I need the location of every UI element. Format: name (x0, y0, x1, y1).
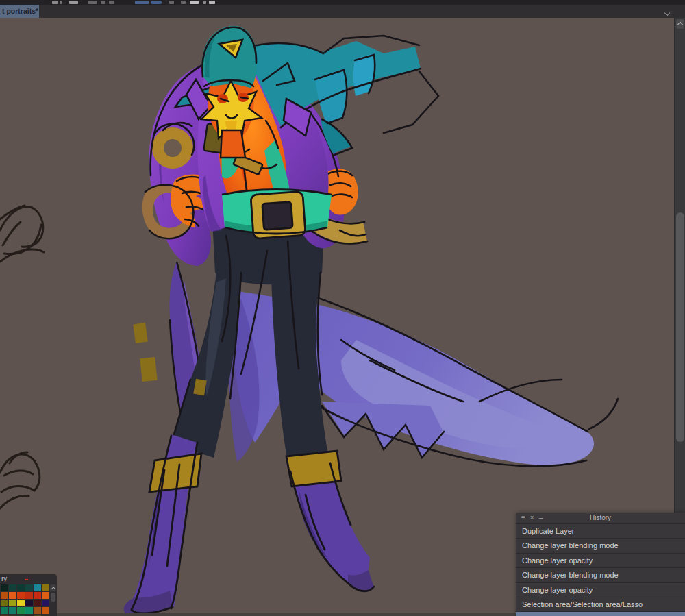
history-entry[interactable]: Change layer opacity (516, 582, 685, 597)
palette-panel-header: ry (0, 574, 57, 584)
toolbar-icon-sliver[interactable] (181, 1, 186, 4)
scrollbar-thumb[interactable] (676, 212, 684, 442)
color-swatch[interactable] (1, 584, 8, 591)
color-swatch[interactable] (9, 592, 16, 599)
background-sketch-1 (0, 206, 44, 262)
toolbar-icon-sliver[interactable] (60, 1, 62, 4)
color-swatch[interactable] (42, 592, 49, 599)
color-swatch[interactable] (9, 584, 16, 591)
color-swatch[interactable] (34, 607, 41, 614)
history-entry[interactable]: Duplicate Layer (516, 523, 685, 538)
history-list: Duplicate LayerChange layer blending mod… (516, 523, 685, 616)
color-swatch[interactable] (1, 592, 8, 599)
color-palette-panel: ry (0, 574, 57, 616)
toolbar-icon-sliver[interactable] (169, 1, 174, 4)
color-swatch[interactable] (25, 600, 33, 606)
toolbar-icon-sliver[interactable] (190, 1, 199, 4)
toolbar-icon-sliver[interactable] (209, 1, 215, 4)
top-toolbar: t portraits* (0, 0, 685, 18)
toolbar-icon-sliver[interactable] (52, 1, 58, 4)
palette-grid (1, 584, 49, 616)
toolbar-icon-sliver[interactable] (203, 1, 206, 4)
history-entry-selected[interactable] (516, 611, 685, 616)
neck (221, 130, 245, 158)
color-swatch[interactable] (1, 600, 8, 606)
toolbar-icon-sliver[interactable] (69, 1, 78, 4)
palette-scrollbar-thumb[interactable] (51, 593, 55, 602)
background-sketch-2 (0, 452, 40, 508)
history-entry[interactable]: Change layer blending mode (516, 538, 685, 552)
history-entry[interactable]: Selection area/Selection area/Lasso (516, 597, 685, 611)
color-swatch[interactable] (9, 600, 16, 606)
history-panel: ≡ × – History Duplicate LayerChange laye… (516, 513, 685, 616)
color-swatch[interactable] (25, 584, 33, 591)
color-swatch[interactable] (9, 607, 16, 614)
color-swatch[interactable] (42, 600, 49, 606)
toolbar-button-active[interactable] (135, 1, 149, 4)
color-swatch[interactable] (34, 600, 41, 606)
history-entry[interactable]: Change layer blending mode (516, 567, 685, 582)
toolbar-icon-sliver[interactable] (88, 1, 97, 4)
chevron-down-icon[interactable] (665, 5, 669, 18)
toolbar-button-active[interactable] (151, 1, 162, 4)
color-swatch[interactable] (17, 592, 25, 599)
toolbar-strip (0, 0, 685, 5)
chevron-up-icon (677, 22, 683, 27)
color-swatch[interactable] (34, 584, 41, 591)
color-swatch[interactable] (25, 607, 33, 614)
color-swatch[interactable] (17, 600, 25, 606)
palette-panel-title: ry (1, 575, 7, 582)
selected-swatch-marker (25, 579, 28, 580)
scroll-up-button[interactable] (676, 19, 684, 29)
palette-scrollbar[interactable] (50, 584, 56, 616)
color-swatch[interactable] (34, 592, 41, 599)
color-swatch[interactable] (42, 584, 49, 591)
document-tab[interactable]: t portraits* (0, 5, 39, 18)
color-swatch[interactable] (25, 592, 33, 599)
vertical-scrollbar[interactable] (674, 18, 685, 513)
history-panel-title: History (516, 514, 685, 521)
toolbar-icon-sliver[interactable] (109, 1, 114, 4)
color-swatch[interactable] (1, 607, 8, 614)
toolbar-icon-sliver[interactable] (101, 1, 105, 4)
color-swatch[interactable] (17, 584, 25, 591)
chevron-up-icon (51, 587, 55, 591)
palette-scroll-up-button[interactable] (50, 584, 56, 591)
history-entry[interactable]: Change layer opacity (516, 553, 685, 567)
history-panel-header: ≡ × – History (516, 513, 685, 523)
color-swatch[interactable] (17, 607, 25, 614)
boots (124, 434, 374, 615)
color-swatch[interactable] (42, 607, 49, 614)
